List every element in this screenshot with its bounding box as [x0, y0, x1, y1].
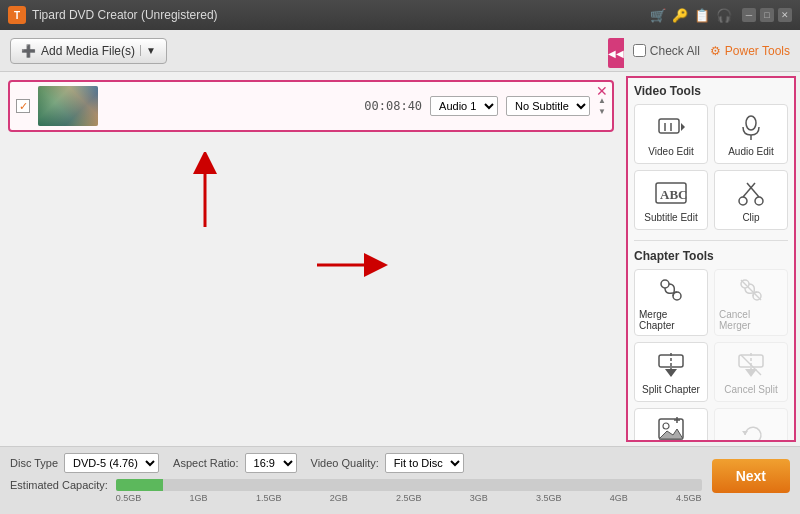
subtitle-edit-label: Subtitle Edit: [644, 212, 697, 223]
audio-track-select[interactable]: Audio 1 Audio 2: [430, 96, 498, 116]
merge-chapter-button[interactable]: Merge Chapter: [634, 269, 708, 336]
item-checkbox[interactable]: ✓: [16, 99, 30, 113]
svg-marker-22: [665, 369, 677, 377]
audio-edit-label: Audio Edit: [728, 146, 774, 157]
capacity-ticks: 0.5GB 1GB 1.5GB 2GB 2.5GB 3GB 3.5GB 4GB …: [116, 493, 702, 503]
video-edit-button[interactable]: Video Edit: [634, 104, 708, 164]
cancel-split-button[interactable]: Cancel Split: [714, 342, 788, 402]
arrow-right-indicator: [312, 250, 392, 286]
remove-item-button[interactable]: ✕: [596, 84, 608, 98]
clip-button[interactable]: Clip: [714, 170, 788, 230]
capacity-row: Estimated Capacity: 0.5GB 1GB 1.5GB 2GB …: [10, 479, 702, 491]
next-button[interactable]: Next: [712, 459, 790, 493]
title-bar: T Tipard DVD Creator (Unregistered) 🛒 🔑 …: [0, 0, 800, 30]
video-edit-label: Video Edit: [648, 146, 693, 157]
dropdown-arrow-icon[interactable]: ▼: [140, 45, 156, 56]
clip-label: Clip: [742, 212, 759, 223]
add-icon: ➕: [21, 44, 36, 58]
bottom-bar: Disc Type DVD-5 (4.76) DVD-9 (8.54) Aspe…: [0, 446, 800, 514]
doc-icon[interactable]: 📋: [694, 8, 710, 23]
chapter-tools-grid: Merge Chapter Cancel Merger: [634, 269, 788, 442]
close-button[interactable]: ✕: [778, 8, 792, 22]
svg-point-13: [755, 197, 763, 205]
minimize-button[interactable]: ─: [742, 8, 756, 22]
bottom-settings-row: Disc Type DVD-5 (4.76) DVD-9 (8.54) Aspe…: [10, 453, 702, 473]
power-tools-label: Power Tools: [725, 44, 790, 58]
check-all-checkbox[interactable]: [633, 44, 646, 57]
video-quality-label: Video Quality:: [311, 457, 379, 469]
chapter-tools-title: Chapter Tools: [634, 249, 788, 263]
svg-marker-5: [681, 123, 685, 131]
media-item: ✓ 00:08:40 Audio 1 Audio 2 No Subtitle S…: [8, 80, 614, 132]
check-all-label: Check All: [650, 44, 700, 58]
cart-icon[interactable]: 🛒: [650, 8, 666, 23]
arrow-up-indicator: [190, 152, 220, 238]
svg-marker-30: [659, 429, 683, 439]
order-down-button[interactable]: ▼: [598, 107, 606, 117]
capacity-label: Estimated Capacity:: [10, 479, 108, 491]
cancel-merger-label: Cancel Merger: [719, 309, 783, 331]
video-tools-grid: Video Edit Audio Edit: [634, 104, 788, 230]
split-chapter-button[interactable]: Split Chapter: [634, 342, 708, 402]
svg-marker-33: [742, 431, 748, 435]
reset-all-button[interactable]: Reset All: [714, 408, 788, 442]
app-icon: T: [8, 6, 26, 24]
subtitle-edit-button[interactable]: ABC Subtitle Edit: [634, 170, 708, 230]
clip-icon: [735, 177, 767, 209]
merge-chapter-icon: [655, 274, 687, 306]
power-tools-area[interactable]: ⚙ Power Tools: [710, 44, 790, 58]
app-title: Tipard DVD Creator (Unregistered): [32, 8, 650, 22]
split-chapter-icon: [655, 349, 687, 381]
bottom-area: Disc Type DVD-5 (4.76) DVD-9 (8.54) Aspe…: [10, 453, 790, 493]
svg-point-8: [746, 116, 756, 130]
disc-type-field: Disc Type DVD-5 (4.76) DVD-9 (8.54): [10, 453, 159, 473]
audio-edit-button[interactable]: Audio Edit: [714, 104, 788, 164]
aspect-ratio-select[interactable]: 16:9 4:3: [245, 453, 297, 473]
toolbar: ➕ Add Media File(s) ▼ Check All ⚙ Power …: [0, 30, 800, 72]
content-area: ✓ 00:08:40 Audio 1 Audio 2 No Subtitle S…: [0, 72, 800, 446]
cancel-split-label: Cancel Split: [724, 384, 777, 395]
reset-all-icon: [735, 419, 767, 443]
svg-rect-4: [659, 119, 679, 133]
check-all-area: Check All: [633, 44, 700, 58]
capacity-bar: 0.5GB 1GB 1.5GB 2GB 2.5GB 3GB 3.5GB 4GB …: [116, 479, 702, 491]
subtitle-edit-icon: ABC: [655, 177, 687, 209]
headset-icon[interactable]: 🎧: [716, 8, 732, 23]
video-edit-icon: [655, 111, 687, 143]
cancel-merger-button[interactable]: Cancel Merger: [714, 269, 788, 336]
disc-type-select[interactable]: DVD-5 (4.76) DVD-9 (8.54): [64, 453, 159, 473]
media-list: ✓ 00:08:40 Audio 1 Audio 2 No Subtitle S…: [0, 72, 622, 446]
aspect-ratio-label: Aspect Ratio:: [173, 457, 238, 469]
titlebar-icons: 🛒 🔑 📋 🎧: [650, 8, 732, 23]
video-quality-select[interactable]: Fit to Disc High Medium Low: [385, 453, 464, 473]
capacity-bar-fill: [116, 479, 163, 491]
disc-type-label: Disc Type: [10, 457, 58, 469]
subtitle-select[interactable]: No Subtitle Subtitle 1: [506, 96, 590, 116]
audio-edit-icon: [735, 111, 767, 143]
panel-divider: [634, 240, 788, 241]
cancel-merger-icon: [735, 274, 767, 306]
power-tools-icon: ⚙: [710, 44, 721, 58]
add-media-button[interactable]: ➕ Add Media File(s) ▼: [10, 38, 167, 64]
aspect-ratio-field: Aspect Ratio: 16:9 4:3: [173, 453, 296, 473]
svg-point-12: [739, 197, 747, 205]
thumbnail-setting-button[interactable]: Thumbnail Setting: [634, 408, 708, 442]
item-duration: 00:08:40: [364, 99, 422, 113]
right-panel: Video Tools Video Edit: [626, 76, 796, 442]
svg-line-20: [741, 280, 761, 300]
svg-text:ABC: ABC: [660, 187, 687, 202]
split-chapter-label: Split Chapter: [642, 384, 700, 395]
merge-chapter-label: Merge Chapter: [639, 309, 703, 331]
thumbnail-setting-icon: [655, 413, 687, 442]
svg-point-16: [661, 280, 669, 288]
main-area: ➕ Add Media File(s) ▼ Check All ⚙ Power …: [0, 30, 800, 514]
video-tools-title: Video Tools: [634, 84, 788, 98]
video-quality-field: Video Quality: Fit to Disc High Medium L…: [311, 453, 464, 473]
maximize-button[interactable]: □: [760, 8, 774, 22]
add-media-label: Add Media File(s): [41, 44, 135, 58]
bottom-left: Disc Type DVD-5 (4.76) DVD-9 (8.54) Aspe…: [10, 453, 702, 491]
item-thumbnail: [38, 86, 98, 126]
svg-point-29: [663, 423, 669, 429]
window-controls: ─ □ ✕: [742, 8, 792, 22]
key-icon[interactable]: 🔑: [672, 8, 688, 23]
